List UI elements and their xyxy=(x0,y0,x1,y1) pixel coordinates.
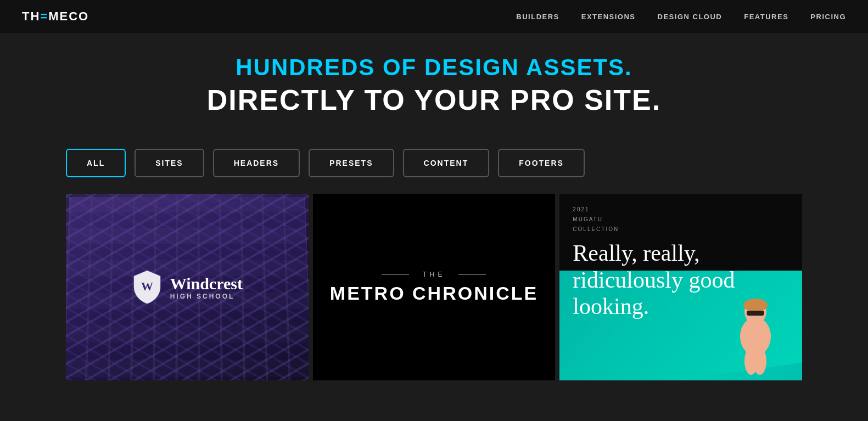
school-sub: HIGH SCHOOL xyxy=(170,293,243,300)
shield-icon: W xyxy=(132,270,163,305)
hero-subtitle: HUNDREDS OF DESIGN ASSETS. xyxy=(22,55,846,80)
nav-links: BUILDERS EXTENSIONS DESIGN CLOUD FEATURE… xyxy=(516,12,846,21)
nav-item-extensions[interactable]: EXTENSIONS xyxy=(581,12,636,21)
svg-text:W: W xyxy=(141,279,153,293)
mugatu-year: 2021 MUGATU COLLECTION xyxy=(573,205,789,234)
filter-bar: ALL SITES HEADERS PRESETS CONTENT FOOTER… xyxy=(0,132,868,194)
logo-accent: = xyxy=(40,9,48,23)
card-metro-chronicle[interactable]: THE METRO CHRONICLE xyxy=(313,194,556,380)
chronicle-title: METRO CHRONICLE xyxy=(330,283,538,304)
nav-item-features[interactable]: FEATURES xyxy=(744,12,788,21)
navbar: TH=MECO BUILDERS EXTENSIONS DESIGN CLOUD… xyxy=(0,0,868,33)
hero-section: HUNDREDS OF DESIGN ASSETS. DIRECTLY TO Y… xyxy=(0,33,868,132)
svg-point-6 xyxy=(753,347,766,375)
school-text: Windcrest HIGH SCHOOL xyxy=(170,274,243,300)
hero-title: DIRECTLY TO YOUR PRO SITE. xyxy=(22,85,846,116)
filter-btn-presets[interactable]: PRESETS xyxy=(309,149,394,177)
nav-link-extensions[interactable]: EXTENSIONS xyxy=(581,13,636,21)
nav-link-pricing[interactable]: PRICING xyxy=(810,13,846,21)
nav-link-builders[interactable]: BUILDERS xyxy=(516,13,559,21)
filter-btn-content[interactable]: CONTENT xyxy=(403,149,490,177)
cards-grid: W Windcrest HIGH SCHOOL THE METRO xyxy=(0,194,868,402)
card-windcrest[interactable]: W Windcrest HIGH SCHOOL xyxy=(66,194,309,380)
filter-btn-all[interactable]: ALL xyxy=(66,149,126,177)
chronicle-inner: THE METRO CHRONICLE xyxy=(330,271,538,304)
nav-link-features[interactable]: FEATURES xyxy=(744,13,788,21)
nav-link-design-cloud[interactable]: DESIGN CLOUD xyxy=(658,13,723,21)
nav-item-pricing[interactable]: PRICING xyxy=(810,12,846,21)
filter-btn-headers[interactable]: HEADERS xyxy=(213,149,300,177)
mugatu-text: 2021 MUGATU COLLECTION Really, really, r… xyxy=(573,205,789,319)
nav-item-builders[interactable]: BUILDERS xyxy=(516,12,559,21)
card-windcrest-inner: W Windcrest HIGH SCHOOL xyxy=(66,194,309,380)
main-content: HUNDREDS OF DESIGN ASSETS. DIRECTLY TO Y… xyxy=(0,0,868,421)
nav-item-design-cloud[interactable]: DESIGN CLOUD xyxy=(658,12,723,21)
really-tagline: Really, really, ridiculously good lookin… xyxy=(573,240,789,319)
filter-btn-footers[interactable]: FOOTERS xyxy=(498,149,585,177)
site-logo[interactable]: TH=MECO xyxy=(22,9,89,24)
filter-btn-sites[interactable]: SITES xyxy=(135,149,204,177)
chronicle-the-label: THE xyxy=(330,271,538,278)
windcrest-logo: W Windcrest HIGH SCHOOL xyxy=(132,270,243,305)
the-text: THE xyxy=(422,271,445,278)
school-name: Windcrest xyxy=(170,274,243,293)
card-mugatu[interactable]: 2021 MUGATU COLLECTION Really, really, r… xyxy=(559,194,802,380)
